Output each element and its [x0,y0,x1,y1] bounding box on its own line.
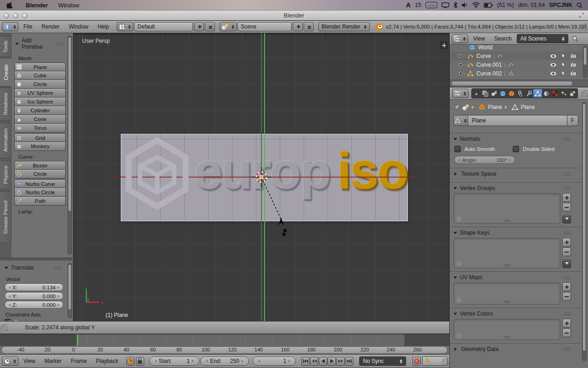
editor-type-outliner-button[interactable] [452,34,468,43]
menubar-clock[interactable]: dim. 01:54 [518,2,545,8]
display-icon[interactable] [441,2,449,8]
panel-grip-icon[interactable] [563,276,571,280]
renderability-camera-icon[interactable] [570,53,577,58]
remove-vertex-color-button[interactable] [562,328,571,337]
panel-grip-icon[interactable] [563,137,571,141]
list-resize-grip[interactable] [504,301,510,303]
play-reverse-button[interactable] [319,357,327,366]
screen-layout-name-field[interactable]: Default [134,22,193,31]
visibility-eye-icon[interactable] [550,54,557,58]
decrement-icon[interactable] [257,360,260,362]
increment-icon[interactable] [57,286,61,289]
add-layout-button[interactable] [194,22,204,31]
iso-3d-text[interactable]: iso [337,145,407,197]
decrement-icon[interactable] [7,295,11,298]
increment-icon[interactable] [242,360,245,362]
panel-grip-icon[interactable] [563,186,571,190]
timeline-menu-view[interactable]: View [19,358,40,364]
jump-to-end-button[interactable] [345,357,353,366]
add-vertex-group-button[interactable] [562,193,571,202]
remove-vertex-group-button[interactable] [562,203,571,212]
add-bezier-button[interactable]: Bezier [14,161,66,170]
breadcrumb-object-name[interactable]: Plane [488,104,502,110]
tab-tools[interactable]: Tools [0,36,11,57]
smooth-angle-field[interactable]: Angle: 180° [454,156,515,164]
fullscreen-icon[interactable] [579,12,584,18]
menubar-window-menu[interactable]: Window [53,2,84,9]
panel-header-add-primitive[interactable]: Add Primitive [14,34,66,52]
decrement-icon[interactable] [7,304,11,306]
add-nurbs-curve-button[interactable]: Nurbs Curve [14,179,66,188]
timeline-menu-marker[interactable]: Marker [40,358,66,364]
tab-particles[interactable] [560,89,568,98]
current-frame-field[interactable]: 1 [253,356,296,366]
vertex-groups-list[interactable] [453,193,560,224]
auto-smooth-checkbox[interactable] [454,146,461,152]
datablock-name-field[interactable]: Plane [468,115,567,126]
tab-grease-pencil[interactable]: Grease Pencil [0,191,11,243]
outliner-row-curve[interactable]: Curve | [450,52,588,60]
scene-name-field[interactable]: Scene [237,22,292,31]
pin-icon[interactable] [453,104,460,110]
vector-y-field[interactable]: Y:0.000 [5,292,63,300]
scrollbar-thumb[interactable] [583,47,587,65]
prev-keyframe-button[interactable] [310,357,318,366]
outliner-vscrollbar[interactable] [583,46,588,78]
selectability-cursor-icon[interactable] [561,53,566,59]
render-engine-select[interactable]: Blender Render [318,22,370,31]
operator-panel-scrollbar[interactable] [68,263,72,318]
datablock-browse-button[interactable] [453,115,468,126]
visibility-eye-icon[interactable] [550,71,557,76]
battery-time-widget[interactable]: --:-- [425,2,437,8]
panel-header-normals[interactable]: Normals [453,133,571,144]
display-mode-select[interactable]: All Scenes [517,34,568,43]
lock-time-button[interactable] [136,357,144,366]
double-sided-checkbox[interactable] [513,146,519,152]
region-corner-grip[interactable] [441,358,449,365]
delete-layout-button[interactable] [205,22,215,31]
play-button[interactable] [328,357,336,366]
panel-grip-icon[interactable] [563,312,571,316]
add-torus-button[interactable]: Torus [14,124,66,132]
timeline-menu-playback[interactable]: Playback [92,358,123,364]
panel-grip-icon[interactable] [563,172,571,176]
scrollbar-thumb[interactable] [68,37,72,212]
shape-keys-list[interactable] [453,238,560,268]
battery-icon[interactable] [484,3,493,8]
list-resize-grip[interactable] [504,264,510,266]
visibility-eye-icon[interactable] [550,63,557,67]
open-properties-shelf-button[interactable] [440,41,448,49]
panel-header-shape-keys[interactable]: Shape Keys [453,227,571,238]
current-frame-marker[interactable] [77,334,78,346]
screen-layout-browse-button[interactable] [117,22,133,31]
tab-physics[interactable]: Physics [0,160,11,190]
fake-user-button[interactable]: F [567,115,578,126]
tab-animation[interactable]: Animation [0,122,11,158]
add-circle-curve-button[interactable]: Circle [14,170,66,178]
add-monkey-button[interactable]: Monkey [14,142,66,151]
panel-grip-icon[interactable] [54,266,62,270]
outliner-menu-search[interactable]: Search [490,35,516,42]
scene-icon[interactable] [463,104,469,110]
panel-header-texture-space[interactable]: Texture Space [453,168,571,179]
add-vertex-color-button[interactable] [562,319,571,328]
add-uv-map-button[interactable] [562,282,571,291]
decrement-icon[interactable] [457,159,460,161]
outliner-row-curve-002[interactable]: Curve.002 | [450,69,588,78]
panel-grip-icon[interactable] [563,231,571,235]
timeline-ruler[interactable]: -40 -20 0 20 40 60 80 100 120 140 160 18… [0,346,449,354]
filter-search-icon[interactable] [572,35,579,42]
add-scene-button[interactable] [293,22,303,31]
header-resize-grip[interactable] [581,23,588,31]
object-icon[interactable] [479,104,485,110]
panel-header-uv-maps[interactable]: UV Maps [453,272,571,282]
vertex-group-specials-button[interactable] [562,215,571,224]
end-frame-field[interactable]: End: 250 [200,356,249,366]
expand-icon[interactable] [458,53,463,58]
tab-world[interactable] [498,89,507,98]
increment-icon[interactable] [288,360,292,362]
tab-material[interactable] [542,89,551,98]
add-ico-sphere-button[interactable]: Ico Sphere [14,98,66,106]
panel-grip-icon[interactable] [563,347,571,351]
delete-scene-button[interactable] [304,22,314,31]
